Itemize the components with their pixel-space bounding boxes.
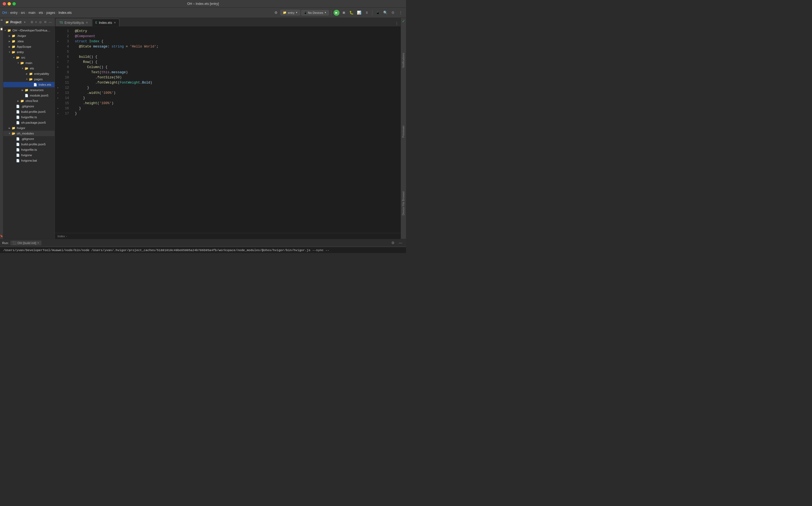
tree-item-hvigorw[interactable]: ▶ 📄 hvigorw [3,152,55,158]
structure-icon[interactable]: 📋 [0,27,4,31]
file-icon: 📄 [16,158,20,163]
breadcrumb-main: main [28,11,35,15]
close-button[interactable] [3,2,6,5]
breadcrumb-index: Index [58,235,65,238]
tab-index-ets[interactable]: E Index.ets ✕ [92,19,120,26]
gitignore-icon: 📄 [16,104,20,108]
breadcrumb-oh: OH [2,11,7,15]
file-icon: 📄 [16,153,20,157]
folder-icon: 📂 [24,66,29,71]
run-close-icon[interactable]: — [397,240,404,246]
file-tree: ▼ 📁 OH ~/DeveloperTool/Huawei/Perject/OH… [3,26,55,239]
tree-item-src[interactable]: ▼ 📂 src [3,55,55,60]
code-line-16: } [75,106,400,111]
ts-icon: TS [59,21,63,24]
fold-8-icon[interactable]: ▾ [55,65,61,70]
fold-16-icon[interactable]: ▾ [55,106,61,111]
minimize-button[interactable] [8,2,11,5]
tree-item-idea[interactable]: ▶ 📁 .idea [3,38,55,44]
more-icon[interactable]: ⋮ [397,9,404,16]
more-tabs-icon[interactable]: ⋮ [394,20,399,26]
tree-item-resources[interactable]: ▶ 📁 resources [3,87,55,93]
tree-item-hvigorw-bat[interactable]: ▶ 📄 hvigorw.bat [3,158,55,163]
tree-item-hvigorfile-ts[interactable]: ▶ 📄 hvigorfile.ts [3,114,55,120]
debug-button[interactable]: 🐛 [348,9,355,16]
global-settings-icon[interactable]: ⚙ [390,9,396,16]
run-button[interactable]: ▶ [334,10,340,16]
ts-file-icon: 📄 [16,115,20,119]
tree-item-ohostest[interactable]: ▶ 📁 ohosTest [3,98,55,104]
fold-12-icon[interactable]: ▾ [55,85,61,91]
bookmarks-icon[interactable]: 🔖 [0,234,4,238]
tree-item-gitignore-root[interactable]: ▶ 📄 .gitignore [3,136,55,142]
entry-selector[interactable]: 📁 entry ▼ [280,10,300,15]
json-file-icon: 📄 [16,120,20,125]
tree-item-gitignore-entry[interactable]: ▶ 📄 .gitignore [3,104,55,109]
tree-item-hvigor[interactable]: ▶ 📁 .hvigor [3,33,55,38]
file-tree-panel: 📁 Project ▼ ⊞ ≡ ◎ ⚙ — ▼ 📁 OH ~/Developer… [3,18,55,239]
terminal-line-1: > hvigor Starting Hvigor Daemon... [0,252,406,253]
traffic-lights [3,2,16,5]
editor-breadcrumb: Index › [55,233,400,239]
coverage-button[interactable]: 📊 [356,9,362,16]
settings-icon[interactable]: ⚙ [273,9,279,16]
run-tab[interactable]: ⬛ OH [build init] ✕ [10,241,42,245]
tree-item-entryability[interactable]: ▶ 📁 entryability [3,71,55,77]
fold-13-icon[interactable]: ▾ [55,91,61,96]
tree-item-pages[interactable]: ▼ 📂 pages [3,77,55,82]
tree-item-appscope[interactable]: ▶ 📁 AppScope [3,44,55,49]
fold-6-icon[interactable]: ▾ [55,55,61,60]
device-manager-icon[interactable]: 📱 [374,9,381,16]
stop-button[interactable]: ⏹ [341,9,347,16]
tree-item-module-json[interactable]: ▶ 📄 module.json5 [3,93,55,98]
tree-item-root[interactable]: ▼ 📁 OH ~/DeveloperTool/Huawei/Perject/OH [3,28,55,33]
folder-icon: 📁 [20,99,24,103]
fold-17-icon[interactable]: ▾ [55,111,61,116]
collapse-all-icon[interactable]: ≡ [35,20,38,24]
tree-item-hvigorfile-root[interactable]: ▶ 📄 hvigorfile.ts [3,147,55,152]
scroll-to-source-icon[interactable]: ◎ [39,20,42,24]
folder-icon: 📁 [11,39,16,44]
folder-icon: 📁 [11,126,16,130]
profile-button[interactable]: ⏸ [363,9,370,16]
line-numbers: 1 2 3 4 5 6 7 8 9 10 11 12 13 14 15 16 1… [61,26,73,233]
tree-item-main[interactable]: ▼ 📂 main [3,60,55,66]
code-line-9: Text(this.message) [75,70,400,75]
ets-file-icon: 📄 [33,82,38,87]
project-icon[interactable]: 🗂 [0,18,4,22]
ts-file-icon: 📄 [16,148,20,152]
code-content[interactable]: @Entry @Component struct Index { @State … [73,26,400,233]
tree-item-oh-modules[interactable]: ▼ 📂 oh_modules [3,131,55,136]
fold-3-icon[interactable]: ▾ [55,39,61,44]
tree-item-build-profile-root[interactable]: ▶ 📄 build-profile.json5 [3,142,55,147]
fold-14-icon[interactable]: ▾ [55,96,61,101]
titlebar: OH – Index.ets [entry] [0,0,406,8]
device-selector[interactable]: 📱 No Devices ▼ [301,10,329,15]
gear-icon[interactable]: ⚙ [44,20,47,24]
fold-7-icon[interactable]: ▾ [55,60,61,65]
tree-item-oh-package[interactable]: ▶ 📄 oh-package.json5 [3,120,55,125]
code-line-17: } [75,111,400,116]
code-editor[interactable]: ▾ ▾ ▾ ▾ ▾ ▾ ▾ ▾ ▾ 1 2 3 4 5 [55,26,400,233]
search-icon[interactable]: 🔍 [382,9,389,16]
tree-item-entry[interactable]: ▼ 📂 entry [3,49,55,55]
breadcrumb-ets: ets [39,11,43,15]
minimize-panel-icon[interactable]: — [48,20,52,24]
close-tab-icon[interactable]: ✕ [86,21,88,24]
close-tab-icon[interactable]: ✕ [114,21,116,24]
json-file-icon: 📄 [24,93,29,98]
breadcrumb-src: src [21,11,25,15]
tree-item-build-profile[interactable]: ▶ 📄 build-profile.json5 [3,109,55,114]
tree-item-ets[interactable]: ▼ 📂 ets [3,66,55,71]
tab-entry-ability[interactable]: TS EntryAbility.ts ✕ [56,19,91,26]
close-run-tab-icon[interactable]: ✕ [37,242,40,244]
expand-all-icon[interactable]: ⊞ [30,20,34,24]
code-line-11: .fontWeight(FontWeight.Bold) [75,80,400,85]
maximize-button[interactable] [12,2,16,5]
tree-item-hvigor[interactable]: ▶ 📁 hvigor [3,125,55,131]
json-file-icon: 📄 [16,109,20,114]
notifications-icon[interactable]: ✓ [402,19,405,23]
run-settings-icon[interactable]: ⚙ [390,240,396,246]
tree-item-index-ets[interactable]: ▶ 📄 Index.ets [3,82,55,87]
notifications-label: Notifications [402,53,405,68]
